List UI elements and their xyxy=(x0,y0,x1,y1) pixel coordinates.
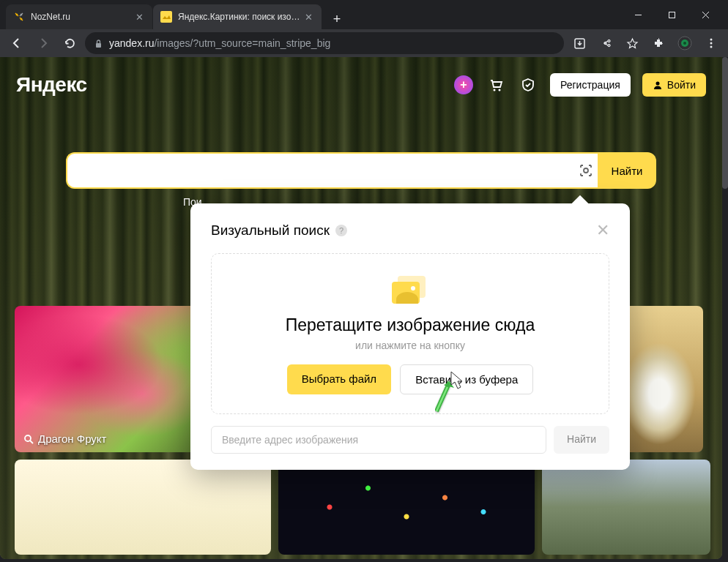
svg-rect-5 xyxy=(96,43,101,48)
share-icon[interactable] xyxy=(595,32,617,54)
close-icon[interactable]: ✕ xyxy=(596,221,609,240)
svg-rect-0 xyxy=(160,11,172,23)
tab-yandex-images[interactable]: Яндекс.Картинки: поиск изобра ✕ xyxy=(153,4,322,29)
svg-point-10 xyxy=(710,39,713,41)
image-stack-icon xyxy=(392,276,428,305)
register-button[interactable]: Регистрация xyxy=(550,73,631,97)
lock-icon xyxy=(94,39,103,48)
yandex-logo[interactable]: Яндекс xyxy=(16,73,87,97)
annotation-arrow-cursor xyxy=(429,369,473,420)
header-right: + Регистрация Войти xyxy=(453,73,706,97)
page-header: Яндекс + Регистрация Войти xyxy=(0,64,722,105)
dropzone-title: Перетащите изображение сюда xyxy=(226,315,594,335)
find-by-url-button[interactable]: Найти xyxy=(554,426,609,454)
install-app-icon[interactable] xyxy=(568,32,590,54)
search-button[interactable]: Найти xyxy=(598,152,656,189)
profile-icon[interactable] xyxy=(674,32,696,54)
forward-button[interactable] xyxy=(32,32,54,54)
url-text: yandex.ru/images/?utm_source=main_stripe… xyxy=(109,37,555,49)
visual-search-popup: Визуальный поиск ? ✕ Перетащите изображе… xyxy=(190,203,630,470)
close-icon[interactable]: ✕ xyxy=(302,11,314,23)
reload-button[interactable] xyxy=(59,32,81,54)
help-icon[interactable]: ? xyxy=(335,225,347,236)
scrollbar[interactable] xyxy=(722,57,728,559)
address-bar[interactable]: yandex.ru/images/?utm_source=main_stripe… xyxy=(85,32,564,54)
toolbar: yandex.ru/images/?utm_source=main_stripe… xyxy=(0,29,728,57)
new-tab-button[interactable]: + xyxy=(327,9,347,29)
tab-title: NozNet.ru xyxy=(31,12,133,22)
maximize-button[interactable] xyxy=(655,2,688,27)
minimize-button[interactable] xyxy=(621,2,655,27)
search-input[interactable] xyxy=(66,152,598,189)
bookmark-icon[interactable] xyxy=(621,32,643,54)
svg-rect-2 xyxy=(669,12,675,18)
tabs-container: NozNet.ru ✕ Яндекс.Картинки: поиск изобр… xyxy=(6,0,621,29)
thumbnail-5[interactable] xyxy=(278,460,535,555)
page-content: Яндекс + Регистрация Войти Найти Пои Дра… xyxy=(0,57,722,559)
search-row: Найти xyxy=(66,152,656,189)
thumbnail-4[interactable] xyxy=(15,460,271,555)
extensions-icon[interactable] xyxy=(647,32,669,54)
search-icon xyxy=(23,434,34,444)
tab-noznet[interactable]: NozNet.ru ✕ xyxy=(6,4,152,29)
thumbnail-6[interactable] xyxy=(542,460,710,555)
popup-header: Визуальный поиск ? ✕ xyxy=(211,221,609,240)
camera-search-icon[interactable] xyxy=(578,162,594,179)
thumbnails-row-2 xyxy=(15,460,722,555)
plus-services-icon[interactable]: + xyxy=(453,75,474,95)
thumbnail-label: Драгон Фрукт xyxy=(23,432,106,445)
favicon-tools-icon xyxy=(13,11,25,23)
svg-point-12 xyxy=(710,46,713,48)
titlebar: NozNet.ru ✕ Яндекс.Картинки: поиск изобр… xyxy=(0,0,728,29)
menu-icon[interactable] xyxy=(700,32,722,54)
shield-icon[interactable] xyxy=(518,75,538,95)
url-row: Найти xyxy=(211,426,609,454)
choose-file-button[interactable]: Выбрать файл xyxy=(287,364,391,394)
svg-point-14 xyxy=(498,89,500,91)
user-icon xyxy=(653,80,663,90)
favicon-yandex-images-icon xyxy=(160,11,172,23)
tab-title: Яндекс.Картинки: поиск изобра xyxy=(178,12,302,22)
svg-line-18 xyxy=(30,441,33,443)
close-window-button[interactable] xyxy=(688,2,722,27)
svg-point-11 xyxy=(710,42,713,45)
close-icon[interactable]: ✕ xyxy=(133,11,145,23)
svg-point-9 xyxy=(683,42,686,45)
image-url-input[interactable] xyxy=(211,426,546,454)
dropzone-buttons: Выбрать файл Вставить из буфера xyxy=(226,364,594,394)
svg-point-13 xyxy=(493,89,495,91)
dropzone-subtitle: или нажмите на кнопку xyxy=(226,340,594,351)
cart-icon[interactable] xyxy=(486,75,506,95)
svg-point-15 xyxy=(655,82,659,86)
popup-title: Визуальный поиск xyxy=(211,222,330,239)
dropzone[interactable]: Перетащите изображение сюда или нажмите … xyxy=(211,253,609,414)
back-button[interactable] xyxy=(6,32,28,54)
login-button[interactable]: Войти xyxy=(642,73,706,97)
scrollbar-thumb[interactable] xyxy=(722,57,728,189)
login-label: Войти xyxy=(667,79,696,91)
svg-point-16 xyxy=(584,168,588,173)
window-controls xyxy=(621,2,722,27)
svg-point-17 xyxy=(25,435,31,441)
